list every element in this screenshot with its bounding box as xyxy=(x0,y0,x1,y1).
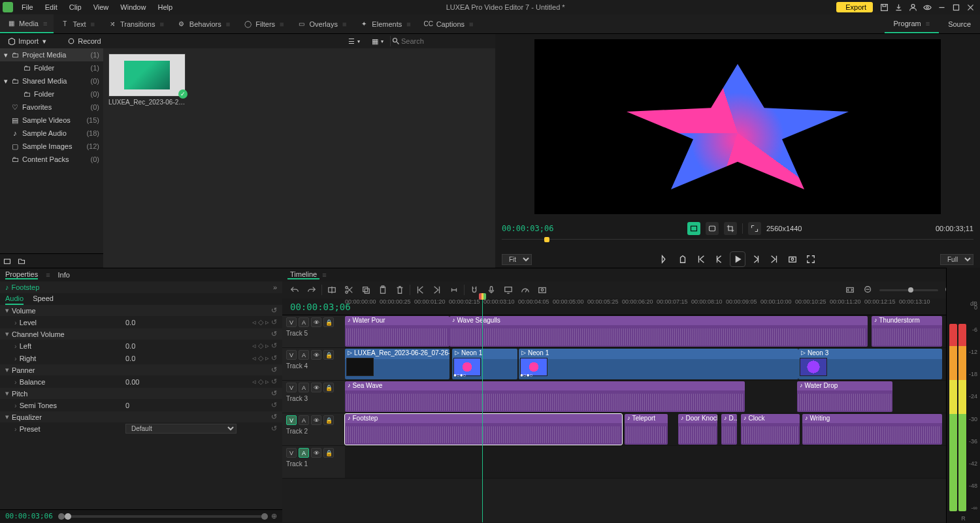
camera-icon[interactable] xyxy=(535,283,549,297)
tree-item[interactable]: ♡Favorites(0) xyxy=(0,101,103,114)
track-lane[interactable]: ♪Footstep♪Teleport♪Door Knock♪D...♪Clock… xyxy=(345,413,980,445)
clip[interactable]: ♪D... xyxy=(721,414,737,445)
collapse-icon[interactable]: » xyxy=(273,283,277,291)
save-icon[interactable] xyxy=(877,0,891,14)
tab-elements[interactable]: ✦Elements≡ xyxy=(353,14,417,33)
prop-group-header[interactable]: ▾Channel Volume↺ xyxy=(0,328,282,340)
zoom-fit-icon[interactable] xyxy=(843,283,857,297)
track-audio-toggle[interactable]: A xyxy=(299,448,309,458)
add-kf-icon[interactable]: ◇ xyxy=(258,318,263,326)
tab-filters[interactable]: ◯Filters≡ xyxy=(237,14,290,33)
clip[interactable]: ▷Neon 1●○●○ xyxy=(519,349,798,379)
track-video-toggle[interactable]: V xyxy=(286,350,297,360)
media-thumbnail[interactable]: ✓ LUXEA_Rec_2023-06-26_07-26-4... xyxy=(108,54,186,106)
minimize-icon[interactable] xyxy=(934,0,949,14)
copy-icon[interactable] xyxy=(359,283,373,297)
goto-start-icon[interactable] xyxy=(694,252,708,266)
zoom-in-icon[interactable]: ⊕ xyxy=(271,512,277,520)
record-button[interactable]: Record xyxy=(62,36,106,46)
prop-group-header[interactable]: ▾Pitch↺ xyxy=(0,388,282,399)
clip[interactable]: ▷Neon 3 xyxy=(798,349,942,379)
prop-value[interactable]: 0 xyxy=(125,402,191,409)
clip[interactable]: ♪Water Pour xyxy=(345,316,449,347)
account-icon[interactable] xyxy=(906,0,920,14)
clip[interactable]: ♪Writing xyxy=(802,414,942,445)
track-visible-toggle[interactable]: 👁 xyxy=(311,350,321,360)
clip[interactable]: ▷LUXEA_Rec_2023-06-26_07-26-41.m... xyxy=(345,349,449,379)
tree-item[interactable]: ▾🗀Project Media(1) xyxy=(0,48,103,61)
tab-overlays[interactable]: ▭Overlays≡ xyxy=(291,14,353,33)
track-video-toggle[interactable]: V xyxy=(286,448,297,458)
prop-value[interactable]: 0.0 xyxy=(125,319,191,326)
add-kf-icon[interactable]: ◇ xyxy=(258,377,263,386)
tab-transitions[interactable]: ⤨Transitions≡ xyxy=(101,14,171,33)
reset-icon[interactable]: ↺ xyxy=(271,318,277,326)
clip[interactable]: ♪Door Knock xyxy=(678,414,717,445)
goto-end-icon[interactable] xyxy=(767,252,781,266)
playhead[interactable] xyxy=(482,298,483,522)
resolution-icon[interactable] xyxy=(748,222,761,235)
range-icon[interactable] xyxy=(447,283,461,297)
clip[interactable]: ♪Sea Wave xyxy=(345,381,745,412)
track-audio-toggle[interactable]: A xyxy=(299,350,309,360)
tree-item[interactable]: 🗀Folder(0) xyxy=(0,87,103,101)
fit-select[interactable]: Fit xyxy=(502,254,532,265)
download-icon[interactable] xyxy=(891,0,906,14)
prev-kf-icon[interactable]: ◃ xyxy=(252,318,256,326)
view-grid-button[interactable]: ▦▾ xyxy=(367,36,389,47)
props-zoom-slider[interactable] xyxy=(59,515,265,518)
menu-window[interactable]: Window xyxy=(114,1,152,13)
track-video-toggle[interactable]: V xyxy=(286,415,297,425)
clip[interactable]: ♪Teleport xyxy=(625,414,668,445)
reset-icon[interactable]: ↺ xyxy=(271,341,277,350)
menu-view[interactable]: View xyxy=(88,1,115,13)
track-audio-toggle[interactable]: A xyxy=(299,317,309,327)
add-kf-icon[interactable]: ◇ xyxy=(258,354,263,362)
menu-file[interactable]: File xyxy=(16,1,39,13)
safe-zones-icon[interactable] xyxy=(687,222,700,235)
cut-icon[interactable] xyxy=(342,283,356,297)
clip[interactable]: ♪Wave Seagulls xyxy=(449,316,868,347)
track-visible-toggle[interactable]: 👁 xyxy=(311,317,321,327)
track-lock-toggle[interactable]: 🔒 xyxy=(323,415,334,425)
reset-icon[interactable]: ↺ xyxy=(271,354,277,362)
sort-button[interactable]: ☰▾ xyxy=(343,36,365,47)
clip[interactable]: ♪Footstep xyxy=(345,414,622,445)
track-header[interactable]: VA👁🔒Track 1 xyxy=(282,446,345,478)
tree-item[interactable]: ▤Sample Videos(15) xyxy=(0,114,103,127)
delete-icon[interactable] xyxy=(393,283,407,297)
track-audio-toggle[interactable]: A xyxy=(299,383,309,392)
full-select[interactable]: Full xyxy=(940,254,973,265)
prop-group-header[interactable]: ▾Panner↺ xyxy=(0,364,282,375)
preview-scrubber[interactable] xyxy=(502,239,973,251)
maximize-icon[interactable] xyxy=(949,0,963,14)
tree-item[interactable]: ▾🗀Shared Media(0) xyxy=(0,74,103,87)
search-input[interactable] xyxy=(401,37,493,45)
goto-end-tl-icon[interactable] xyxy=(430,283,444,297)
step-fwd-icon[interactable] xyxy=(749,252,763,266)
prop-value[interactable]: 0.0 xyxy=(125,355,191,362)
menu-help[interactable]: Help xyxy=(152,1,178,13)
clip[interactable]: ♪Water Drop xyxy=(797,381,892,412)
track-lock-toggle[interactable]: 🔒 xyxy=(323,383,334,392)
prop-select[interactable]: Default xyxy=(125,424,237,434)
tab-captions[interactable]: CCCaptions≡ xyxy=(417,14,480,33)
fullscreen-icon[interactable] xyxy=(804,252,818,266)
prev-kf-icon[interactable]: ◃ xyxy=(252,354,256,362)
import-button[interactable]: Import▾ xyxy=(3,36,52,47)
speed-icon[interactable] xyxy=(518,283,532,297)
track-audio-toggle[interactable]: A xyxy=(299,415,309,425)
undo-icon[interactable] xyxy=(287,283,302,297)
play-button[interactable] xyxy=(730,252,745,266)
clip[interactable]: ♪Thunderstorm xyxy=(872,316,942,347)
goto-start-tl-icon[interactable] xyxy=(413,283,427,297)
prop-value[interactable]: 0.00 xyxy=(125,378,191,386)
voice-icon[interactable] xyxy=(484,283,498,297)
subtab-speed[interactable]: Speed xyxy=(33,293,54,305)
track-lock-toggle[interactable]: 🔒 xyxy=(323,350,334,360)
track-lock-toggle[interactable]: 🔒 xyxy=(323,317,334,327)
tab-info[interactable]: Info xyxy=(58,271,70,279)
track-header[interactable]: VA👁🔒Track 3 xyxy=(282,381,345,413)
track-lane[interactable]: ♪Sea Wave♪Water Drop xyxy=(345,381,980,413)
loop-icon[interactable] xyxy=(706,222,719,235)
